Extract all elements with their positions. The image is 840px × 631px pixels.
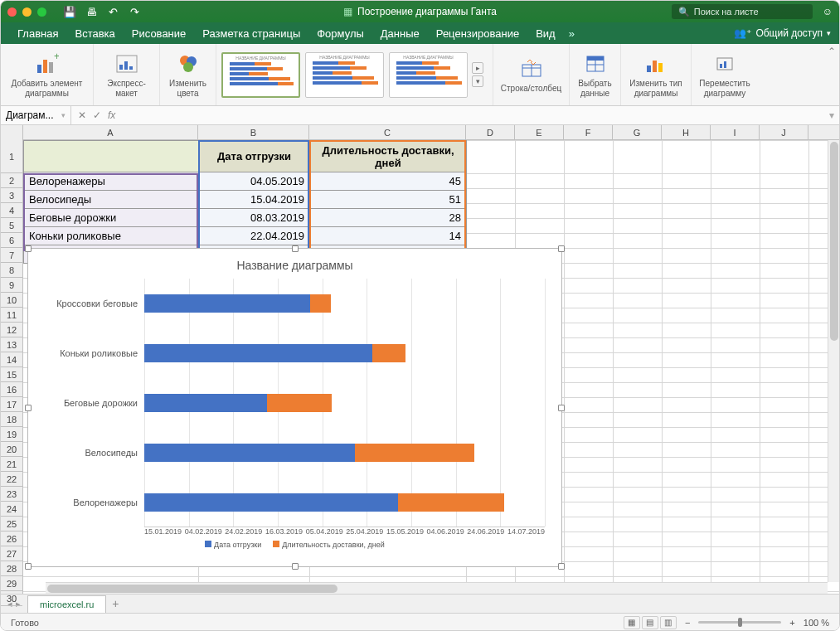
cell-c4[interactable]: 28 (310, 209, 467, 227)
row-header-1[interactable]: 1 (1, 140, 22, 173)
cell-b3[interactable]: 15.04.2019 (199, 191, 310, 209)
view-page-layout-icon[interactable]: ▤ (642, 616, 658, 629)
maximize-window-button[interactable] (37, 7, 46, 17)
cell-c5[interactable]: 14 (310, 227, 467, 245)
chart-legend[interactable]: Дата отгрузки Длительность доставки, дне… (28, 536, 561, 549)
row-header-20[interactable]: 20 (1, 442, 22, 457)
row-header-28[interactable]: 28 (1, 561, 22, 576)
row-header-3[interactable]: 3 (1, 188, 22, 203)
col-header-a[interactable]: A (23, 125, 198, 139)
share-button[interactable]: 👥⁺ Общий доступ ▾ (734, 27, 831, 39)
user-smiley-icon[interactable]: ☺ (823, 6, 833, 17)
chart-style-2[interactable]: НАЗВАНИЕ ДИАГРАММЫ (305, 52, 384, 98)
formula-expand-icon[interactable]: ▾ (824, 109, 839, 121)
col-header-h[interactable]: H (662, 125, 711, 139)
horizontal-scrollbar[interactable] (46, 582, 828, 594)
chart-bar[interactable] (144, 294, 331, 313)
cell-b5[interactable]: 22.04.2019 (199, 227, 310, 245)
col-header-b[interactable]: B (198, 125, 309, 139)
row-header-5[interactable]: 5 (1, 218, 22, 233)
chart-bar[interactable] (144, 394, 332, 412)
row-header-21[interactable]: 21 (1, 457, 22, 472)
chart-bar[interactable] (144, 493, 504, 512)
data-table[interactable]: Дата отгрузки Длительность доставки, дне… (23, 140, 467, 264)
cell-a2[interactable]: Велоренажеры (24, 172, 199, 191)
confirm-formula-icon[interactable]: ✓ (93, 109, 101, 121)
view-page-break-icon[interactable]: ▥ (660, 616, 677, 629)
row-header-25[interactable]: 25 (1, 517, 22, 531)
tabs-overflow-icon[interactable]: » (564, 27, 580, 40)
chart-plot-area[interactable] (144, 279, 545, 527)
zoom-slider[interactable] (698, 621, 781, 624)
chart-title[interactable]: Название диаграммы (28, 249, 561, 279)
gallery-expand-icon[interactable]: ▾ (472, 75, 483, 87)
row-header-22[interactable]: 22 (1, 472, 22, 487)
chart-handle-sw[interactable] (25, 563, 32, 570)
chart-handle-n[interactable] (292, 245, 299, 252)
view-normal-icon[interactable]: ▦ (624, 616, 640, 629)
minimize-window-button[interactable] (22, 7, 32, 17)
col-header-d[interactable]: D (466, 125, 515, 139)
row-header-15[interactable]: 15 (1, 367, 22, 382)
name-box[interactable]: Диаграм...▾ (1, 106, 71, 124)
fx-icon[interactable]: fx (108, 109, 115, 121)
chart-bar[interactable] (144, 344, 405, 362)
chart-handle-s[interactable] (292, 563, 299, 570)
row-header-4[interactable]: 4 (1, 203, 22, 218)
chart-bar[interactable] (144, 444, 474, 462)
cell-c2[interactable]: 45 (310, 172, 467, 191)
chart-handle-se[interactable] (558, 563, 565, 570)
tab-review[interactable]: Рецензирование (428, 22, 527, 44)
print-icon[interactable]: 🖶 (85, 5, 98, 18)
change-chart-type-button[interactable]: Изменить тип диаграммы (621, 44, 692, 105)
cell-b4[interactable]: 08.03.2019 (199, 209, 310, 227)
select-data-button[interactable]: Выбрать данные (570, 44, 621, 105)
add-sheet-button[interactable]: + (106, 595, 124, 613)
col-header-e[interactable]: E (515, 125, 564, 139)
cell-a3[interactable]: Велосипеды (24, 191, 199, 209)
row-header-16[interactable]: 16 (1, 382, 22, 397)
chart-style-1[interactable]: НАЗВАНИЕ ДИАГРАММЫ (221, 52, 300, 98)
redo-icon[interactable]: ↷ (128, 5, 141, 18)
row-header-11[interactable]: 11 (1, 308, 22, 323)
cancel-formula-icon[interactable]: ✕ (78, 109, 86, 121)
vertical-scrollbar[interactable] (828, 140, 839, 582)
row-header-6[interactable]: 6 (1, 233, 22, 248)
row-header-26[interactable]: 26 (1, 531, 22, 546)
col-header-f[interactable]: F (564, 125, 613, 139)
chart-handle-e[interactable] (558, 405, 565, 411)
chart-handle-w[interactable] (25, 405, 32, 411)
cell-a5[interactable]: Коньки роликовые (24, 227, 199, 245)
row-header-2[interactable]: 2 (1, 173, 22, 188)
search-input[interactable]: 🔍 Поиск на листе (672, 4, 813, 19)
row-header-13[interactable]: 13 (1, 337, 22, 352)
row-header-14[interactable]: 14 (1, 352, 22, 367)
col-header-i[interactable]: I (711, 125, 760, 139)
row-header-27[interactable]: 27 (1, 546, 22, 561)
zoom-in-button[interactable]: + (789, 618, 794, 628)
row-header-24[interactable]: 24 (1, 502, 22, 517)
row-header-18[interactable]: 18 (1, 412, 22, 427)
cell-b2[interactable]: 04.05.2019 (199, 172, 310, 191)
sheet-tab-active[interactable]: microexcel.ru (27, 595, 106, 613)
tab-view[interactable]: Вид (527, 22, 564, 44)
row-header-7[interactable]: 7 (1, 248, 22, 263)
col-header-g[interactable]: G (613, 125, 662, 139)
ribbon-collapse-icon[interactable]: ⌃ (828, 46, 836, 57)
close-window-button[interactable] (7, 7, 17, 17)
row-header-30[interactable]: 30 (1, 591, 22, 606)
select-all-corner[interactable] (1, 125, 23, 140)
tab-insert[interactable]: Вставка (66, 22, 123, 44)
tab-home[interactable]: Главная (9, 22, 66, 44)
move-chart-button[interactable]: Переместить диаграмму (692, 44, 758, 105)
row-header-23[interactable]: 23 (1, 487, 22, 502)
row-header-9[interactable]: 9 (1, 278, 22, 293)
save-icon[interactable]: 💾 (63, 5, 76, 18)
row-header-12[interactable]: 12 (1, 323, 22, 337)
row-header-19[interactable]: 19 (1, 427, 22, 442)
row-header-17[interactable]: 17 (1, 397, 22, 412)
row-header-10[interactable]: 10 (1, 293, 22, 308)
gallery-next-icon[interactable]: ▸ (472, 62, 483, 74)
chart-object[interactable]: Название диаграммы Кроссовки беговыеКонь… (27, 248, 562, 567)
change-colors-button[interactable]: Изменить цвета (160, 44, 216, 105)
